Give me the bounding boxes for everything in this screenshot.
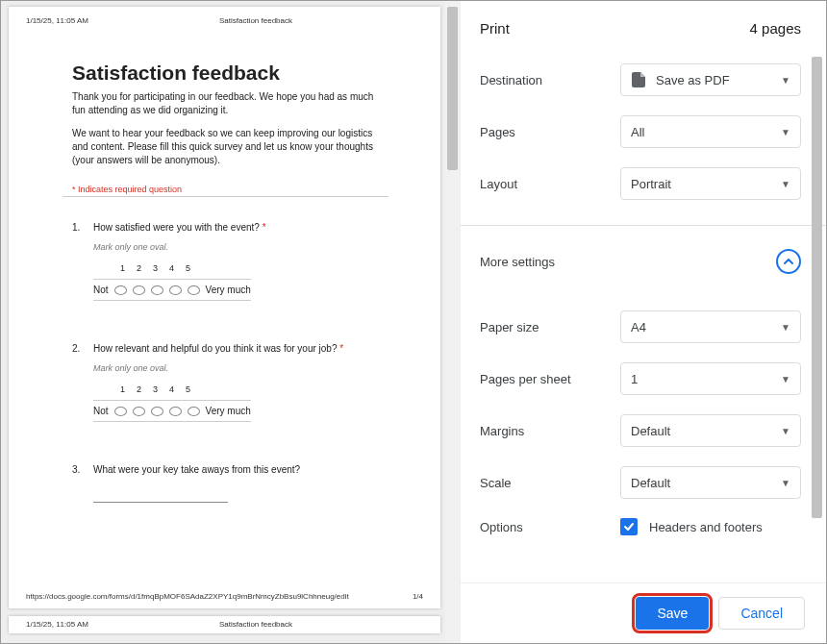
row-pages: Pages All ▼ — [461, 106, 826, 158]
intro-1: Thank you for participating in our feedb… — [72, 90, 379, 117]
chevron-down-icon: ▼ — [781, 75, 790, 86]
question-hint: Mark only one oval. — [93, 363, 379, 373]
row-margins: Margins Default ▼ — [461, 405, 826, 457]
question-number: 3. — [72, 464, 93, 503]
more-settings-label: More settings — [480, 255, 555, 269]
footer-page: 1/4 — [413, 592, 423, 601]
destination-value: Save as PDF — [656, 73, 730, 87]
question-hint: Mark only one oval. — [93, 242, 379, 252]
headers-footers-checkbox[interactable] — [620, 518, 638, 535]
oval-icon — [169, 285, 182, 295]
scrollbar-thumb[interactable] — [447, 7, 458, 170]
scale-left: Not — [93, 406, 109, 416]
destination-label: Destination — [480, 73, 620, 87]
paper-size-label: Paper size — [480, 320, 620, 334]
pages-per-sheet-value: 1 — [631, 372, 638, 386]
question-2: 2. How relevant and helpful do you think… — [72, 343, 379, 422]
cancel-button[interactable]: Cancel — [718, 597, 805, 630]
scale-label: Scale — [480, 476, 620, 490]
more-settings-row[interactable]: More settings — [461, 235, 826, 287]
preview-page-2: 1/15/25, 11:05 AM Satisfaction feedback — [9, 616, 440, 633]
preview-scrollbar[interactable] — [445, 1, 460, 643]
divider — [461, 225, 826, 226]
scale-left: Not — [93, 285, 109, 295]
check-icon — [623, 521, 635, 533]
chevron-down-icon: ▼ — [781, 426, 790, 436]
panel-title: Print — [480, 20, 510, 37]
row-layout: Layout Portrait ▼ — [461, 158, 826, 210]
collapse-button[interactable] — [776, 249, 801, 274]
answer-line — [93, 502, 228, 503]
page-footer: https://docs.google.com/forms/d/1fmqBpMO… — [26, 592, 423, 601]
preview-pane: 1/15/25, 11:05 AM Satisfaction feedback … — [1, 1, 461, 643]
layout-label: Layout — [480, 177, 620, 191]
question-number: 2. — [72, 343, 93, 422]
pdf-icon — [631, 72, 646, 87]
page-count: 4 pages — [750, 20, 801, 37]
panel-header: Print 4 pages — [461, 1, 826, 54]
destination-dropdown[interactable]: Save as PDF ▼ — [620, 63, 801, 96]
oval-icon — [188, 285, 200, 295]
chevron-down-icon: ▼ — [781, 478, 790, 488]
scale-dropdown[interactable]: Default ▼ — [620, 466, 801, 499]
oval-icon — [133, 407, 145, 416]
oval-icon — [188, 407, 200, 416]
footer-url: https://docs.google.com/forms/d/1fmqBpMO… — [26, 592, 349, 601]
row-paper-size: Paper size A4 ▼ — [461, 301, 826, 353]
oval-scale: 1 2 3 4 5 Not — [93, 384, 379, 422]
row-scale: Scale Default ▼ — [461, 457, 826, 508]
oval-icon — [169, 407, 182, 416]
paper-size-value: A4 — [631, 320, 646, 334]
question-3: 3. What were your key take aways from th… — [72, 464, 379, 503]
oval-icon — [151, 407, 163, 416]
required-note: * Indicates required question — [72, 185, 379, 194]
oval-icon — [114, 407, 127, 416]
print-panel: Print 4 pages Destination Save as PDF ▼ … — [461, 1, 826, 643]
pages-per-sheet-dropdown[interactable]: 1 ▼ — [620, 362, 801, 395]
button-bar: Save Cancel — [461, 582, 826, 643]
page-body: Satisfaction feedback Thank you for part… — [26, 25, 423, 503]
question-text: How relevant and helpful do you think it… — [93, 343, 379, 354]
oval-scale: 1 2 3 4 5 Not — [93, 263, 379, 301]
pages-per-sheet-label: Pages per sheet — [480, 372, 620, 386]
scale-right: Very much — [206, 406, 251, 416]
layout-dropdown[interactable]: Portrait ▼ — [620, 167, 801, 200]
question-number: 1. — [72, 222, 93, 301]
chevron-down-icon: ▼ — [781, 322, 790, 333]
scale-value: Default — [631, 476, 670, 490]
paper-size-dropdown[interactable]: A4 ▼ — [620, 310, 801, 343]
preview-page-1: 1/15/25, 11:05 AM Satisfaction feedback … — [9, 7, 440, 608]
headers-footers-label: Headers and footers — [649, 520, 763, 534]
oval-icon — [114, 285, 127, 295]
page-header-title: Satisfaction feedback — [219, 16, 292, 25]
print-dialog: 1/15/25, 11:05 AM Satisfaction feedback … — [0, 0, 827, 644]
page-title: Satisfaction feedback — [72, 62, 379, 85]
row-pages-per-sheet: Pages per sheet 1 ▼ — [461, 353, 826, 405]
chevron-down-icon: ▼ — [781, 374, 790, 384]
save-button[interactable]: Save — [636, 597, 709, 630]
question-text: What were your key take aways from this … — [93, 464, 379, 475]
question-text: How satisfied were you with the event? * — [93, 222, 379, 233]
pages-dropdown[interactable]: All ▼ — [620, 115, 801, 148]
intro-2: We want to hear your feedback so we can … — [72, 127, 379, 167]
oval-icon — [133, 285, 145, 295]
margins-dropdown[interactable]: Default ▼ — [620, 414, 801, 447]
divider — [63, 196, 388, 197]
question-1: 1. How satisfied were you with the event… — [72, 222, 379, 301]
layout-value: Portrait — [631, 177, 671, 191]
pages-value: All — [631, 125, 644, 139]
row-options: Options Headers and footers — [461, 508, 826, 545]
panel-scrollbar[interactable] — [810, 1, 824, 582]
page-header-date: 1/15/25, 11:05 AM — [26, 16, 88, 25]
pages-label: Pages — [480, 125, 620, 139]
chevron-up-icon — [783, 256, 794, 267]
margins-label: Margins — [480, 424, 620, 438]
oval-icon — [151, 285, 163, 295]
scrollbar-thumb[interactable] — [812, 57, 822, 518]
options-label: Options — [480, 520, 620, 534]
chevron-down-icon: ▼ — [781, 179, 790, 189]
chevron-down-icon: ▼ — [781, 127, 790, 137]
margins-value: Default — [631, 424, 670, 438]
page-header: 1/15/25, 11:05 AM Satisfaction feedback — [26, 16, 423, 25]
row-destination: Destination Save as PDF ▼ — [461, 54, 826, 106]
